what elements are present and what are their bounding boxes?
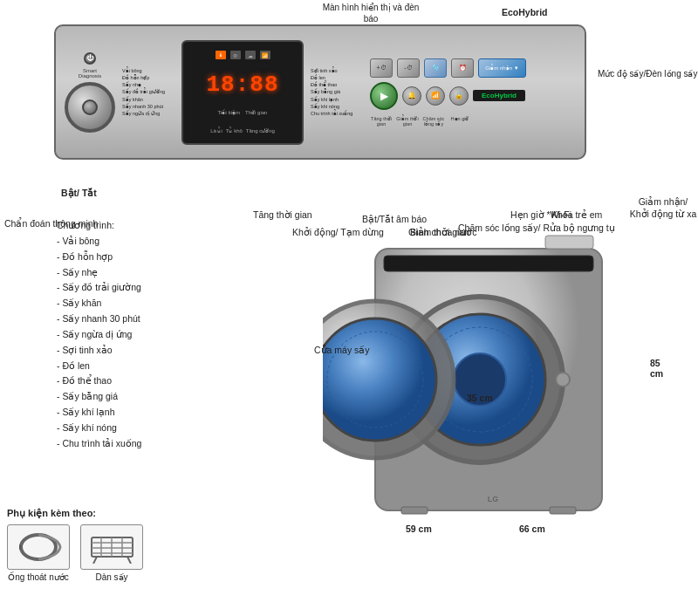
svg-point-49 (323, 318, 436, 441)
control-panel: ⏻ SmartDiagnosis Vải bông Đồ hỗn hợp Sấy… (54, 24, 586, 160)
controls-row2: ▶ 🔔 📶 🔒 EcoHybrid (370, 82, 526, 110)
acc-box-rack (80, 524, 143, 570)
display-screen: 🌡 ⚙ ☁ 📶 18:88 Tiết kiệm Thời gian Là ủi … (181, 40, 304, 145)
ann-khoa-tre-em: Khóa trẻ em (551, 209, 602, 222)
acc-title: Phụ kiện kèm theo: (7, 508, 208, 519)
ann-ecohybrid: EcoHybrid (502, 7, 548, 17)
display-icon-1: 🌡 (216, 51, 226, 59)
acc-label-rack: Dàn sấy (95, 572, 127, 582)
ct-chu-trinh: - Chu trình tải xuống (57, 436, 141, 452)
controls-row1: +⏱ -⏱ 🫧 ⏰ Giảm nhận ▼ (370, 58, 526, 78)
dim-85cm: 85 cm (650, 358, 672, 379)
left-knob[interactable] (65, 82, 115, 133)
hose-icon (15, 530, 63, 564)
ct-soi-tinh-xao: - Sợi tinh xảo (57, 343, 141, 359)
smart-diagnosis-label: SmartDiagnosis (79, 68, 101, 79)
ct-say-khi-nong: - Sấy khí nóng (57, 421, 141, 436)
display-bottom-row2: Là ủi Tủ khô Tăng cường (210, 127, 275, 133)
ann-tang-thoi-gian: Tăng thời gian (253, 209, 312, 222)
accessories-section: Phụ kiện kèm theo: Ống thoát nước (7, 508, 208, 582)
ann-bat-tat: Bật/ Tắt (61, 188, 97, 200)
ct-say-nhe: - Sấy nhẹ (57, 265, 141, 281)
acc-items: Ống thoát nước (7, 524, 208, 582)
dim-59cm: 59 cm (406, 524, 432, 534)
main-container: ⏻ SmartDiagnosis Vải bông Đồ hỗn hợp Sấy… (0, 0, 698, 616)
ct-say-nhanh: - Sấy nhanh 30 phút (57, 311, 141, 327)
ct-say-do-trai-giuong: - Sấy đồ trải giường (57, 280, 141, 296)
tu-kho-d: Tủ khô (226, 127, 243, 133)
svg-point-42 (556, 373, 570, 387)
svg-rect-46 (550, 507, 576, 514)
top-panel-area: ⏻ SmartDiagnosis Vải bông Đồ hỗn hợp Sấy… (0, 0, 698, 209)
lbl-giam-tg: Giảm thời gian (396, 116, 419, 127)
ecohybrid-text: EcoHybrid (473, 90, 525, 101)
ecohybrid-badge: EcoHybrid (473, 90, 525, 101)
la-ui-d: Là ủi (210, 127, 222, 133)
ct-say-ngua: - Sấy ngừa dị ứng (57, 327, 141, 343)
display-icon-3: ☁ (245, 51, 256, 59)
tho-gian-label: Thời gian (245, 109, 267, 115)
svg-rect-43 (384, 256, 593, 271)
svg-rect-45 (401, 507, 428, 514)
right-controls: +⏱ -⏱ 🫧 ⏰ Giảm nhận ▼ ▶ 🔔 📶 🔒 EcoHybrid (370, 58, 526, 127)
btn-giam-nhan[interactable]: Giảm nhận ▼ (478, 58, 526, 78)
btn-khoi-dong[interactable]: ▶ (370, 82, 398, 110)
dryer-section: LG Bình chứa nước Cửa máy sấy 35 cm 59 c… (305, 222, 672, 598)
ct-do-the-thao: - Đồ thể thao (57, 373, 141, 389)
acc-label-hose: Ống thoát nước (8, 572, 68, 582)
btn-khoa-tre-em[interactable]: 🔒 (449, 86, 469, 106)
program-labels-right: Sợi tinh xảo Đồ len Đồ thể thao Sấy bằng… (311, 67, 363, 118)
acc-box-hose (7, 524, 70, 570)
ct-say-khi-lanh: - Sấy khí lạnh (57, 405, 141, 421)
lbl-cham-soc: Chăm sóc lồng sấy (422, 116, 445, 127)
ann-muc-do-say: Mức độ sấy/Đèn lồng sấy (598, 68, 697, 79)
btn-giam-thoi-gian[interactable]: -⏱ (397, 58, 420, 78)
svg-line-35 (93, 557, 97, 564)
svg-rect-44 (545, 236, 593, 249)
dim-66cm: 66 cm (519, 524, 545, 534)
display-icon-2: ⚙ (230, 51, 241, 59)
display-icon-4: 📶 (260, 51, 270, 59)
rack-icon (88, 530, 136, 564)
ct-do-len: - Đồ len (57, 359, 141, 374)
ct-title: Chương trình: (57, 218, 141, 234)
btn-tang-thoi-gian[interactable]: +⏱ (370, 58, 393, 78)
btn-cham-soc-long-say[interactable]: 🫧 (424, 58, 447, 78)
ann-man-hinh: Màn hình hiển thị và đèn báo (314, 2, 428, 24)
lbl-tang-tg: Tăng thời gian (370, 116, 393, 127)
btn-bat-tat-am-bao[interactable]: 🔔 (402, 86, 421, 106)
svg-line-36 (127, 557, 131, 564)
ct-say-bang-gia: - Sấy bằng giá (57, 389, 141, 405)
lbl-hen-gio: Hẹn giờ (448, 116, 471, 127)
power-button[interactable]: ⏻ (84, 52, 96, 65)
btn-hen-gio[interactable]: ⏰ (451, 58, 474, 78)
btn-wifi[interactable]: 📶 (426, 86, 445, 106)
ct-say-khan: - Sấy khăn (57, 296, 141, 311)
ann-chuong-trinh: Chương trình: - Vải bông - Đồ hỗn hợp - … (57, 218, 141, 452)
display-bottom-labels: Tiết kiệm Thời gian (218, 109, 268, 115)
acc-item-hose: Ống thoát nước (7, 524, 70, 582)
ct-vai-bong: - Vải bông (57, 234, 141, 250)
tang-cuong-d: Tăng cường (246, 127, 275, 133)
ann-giam-nhan: Giảm nhận/ Khởi động từ xa (628, 196, 698, 220)
tiet-kiem-label: Tiết kiệm (218, 109, 240, 115)
left-knob-area: ⏻ SmartDiagnosis (65, 52, 115, 133)
display-top-icons: 🌡 ⚙ ☁ 📶 (216, 51, 270, 59)
acc-item-rack: Dàn sấy (80, 524, 143, 582)
time-display: 18:88 (206, 72, 278, 98)
ann-binh-chua-nuoc: Bình chứa nước (410, 227, 476, 237)
dim-35cm: 35 cm (467, 393, 493, 403)
controls-bottom-labels: Tăng thời gian Giảm thời gian Chăm sóc l… (370, 116, 526, 127)
ann-cua-may-say: Cửa máy sấy (314, 345, 370, 357)
svg-text:LG: LG (488, 495, 499, 503)
program-labels-left: Vải bông Đồ hỗn hợp Sấy nhẹ Sấy đồ trải … (122, 67, 174, 118)
ct-do-hon-hop: - Đồ hỗn hợp (57, 250, 141, 265)
